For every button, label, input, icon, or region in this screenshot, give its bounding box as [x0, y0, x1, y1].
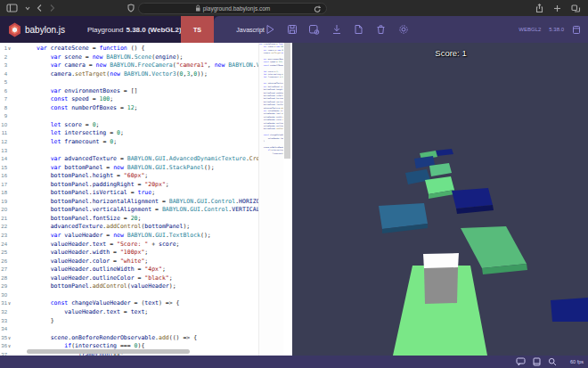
code-line: 25 valueHeader.width = "100px";: [0, 249, 258, 258]
fold-chevron-icon[interactable]: ∨: [8, 342, 11, 351]
address-bar[interactable]: playground.babylonjs.com: [138, 3, 327, 14]
code-line: 4 camera.setTarget(new BABYLON.Vector3(0…: [0, 70, 258, 79]
line-number: 21: [0, 215, 7, 224]
screen: playground.babylonjs.com babylon.js Play…: [0, 0, 588, 368]
run-button[interactable]: [258, 16, 281, 43]
line-number: 16: [0, 172, 7, 181]
code-line: 11 let intersecting = 0;: [0, 129, 258, 138]
code-line: 7 const speed = 100;: [0, 95, 258, 104]
code-line: 16 bottomPanel.height = "60px";: [0, 172, 258, 181]
shield-icon[interactable]: [127, 4, 135, 12]
tile-blue-far: [436, 149, 453, 156]
code-line: 1∨var createScene = function () {: [0, 45, 258, 53]
new-button[interactable]: [347, 16, 370, 43]
browser-chrome: playground.babylonjs.com: [0, 0, 588, 16]
babylon-logo-icon: [8, 22, 21, 37]
sidebar-icon[interactable]: [6, 4, 19, 12]
line-number: 18: [0, 189, 7, 198]
reload-icon[interactable]: [314, 5, 322, 13]
line-number: 8: [0, 104, 7, 113]
forward-icon[interactable]: [49, 4, 55, 12]
code-line: 28 valueHeader.outlineColor = "black";: [0, 274, 258, 283]
vertical-scrollbar[interactable]: [284, 43, 290, 159]
line-number: 28: [0, 274, 7, 283]
main-area: 1∨var createScene = function () {2 var s…: [0, 43, 588, 356]
new-tab-icon[interactable]: [553, 4, 561, 12]
docs-icon[interactable]: [533, 357, 541, 366]
playground-header: babylon.js Playground5.38.0 (WebGL2) TS …: [0, 16, 588, 43]
line-number: 26: [0, 258, 7, 266]
line-number: 36: [0, 342, 7, 351]
code-editor[interactable]: 1∨var createScene = function () {2 var s…: [0, 43, 292, 356]
brand-label: babylon.js: [25, 25, 65, 35]
comment-icon[interactable]: [516, 357, 526, 366]
search-icon[interactable]: [548, 357, 557, 366]
tile-navy-corner: [551, 298, 588, 322]
line-number: 5: [0, 78, 7, 87]
line-number: 17: [0, 181, 7, 190]
line-number: 25: [0, 249, 7, 258]
code-line: 15 var bottomPanel = new BABYLON.GUI.Sta…: [0, 164, 258, 173]
line-number: 34: [0, 325, 7, 334]
scene-tiles: [292, 43, 588, 356]
webgl-label: WEBGL2: [519, 27, 541, 32]
fps-counter: 60 fps: [564, 359, 584, 364]
clear-icon: [376, 24, 386, 35]
version-label: 5.38.0: [549, 27, 564, 32]
download-icon: [331, 24, 342, 35]
code-line: 29 bottomPanel.addControl(valueHeader);: [0, 282, 258, 291]
line-number: 2: [0, 53, 7, 62]
line-number: 33: [0, 317, 7, 326]
code-lines[interactable]: 1∨var createScene = function () {2 var s…: [0, 45, 258, 356]
line-number: 32: [0, 308, 7, 317]
player-cube-top: [423, 253, 459, 269]
clear-button[interactable]: [370, 16, 392, 43]
code-line: 31∨ const changeValueHeader = (text) => …: [0, 299, 258, 308]
examples-icon[interactable]: [572, 25, 581, 35]
code-line: 34: [0, 325, 258, 334]
fold-chevron-icon[interactable]: ∨: [8, 299, 11, 308]
fold-chevron-icon[interactable]: ∨: [8, 334, 11, 343]
settings-button[interactable]: [392, 16, 414, 43]
download-button[interactable]: [325, 16, 347, 43]
code-line: 8 const numberOfBoxes = 12;: [0, 104, 258, 113]
inspector-button[interactable]: [303, 16, 325, 43]
code-line: 22 advancedTexture.addControl(bottomPane…: [0, 223, 258, 232]
code-line: 2 var scene = new BABYLON.Scene(engine);: [0, 53, 258, 62]
line-number: 15: [0, 164, 7, 173]
code-line: 13: [0, 147, 258, 156]
line-number: 29: [0, 282, 7, 291]
code-line: 9: [0, 112, 258, 121]
code-line: 3 var camera = new BABYLON.FreeCamera("c…: [0, 61, 258, 70]
settings-icon: [398, 24, 409, 35]
share-icon[interactable]: [535, 4, 543, 13]
code-line: 32 valueHeader.text = text;: [0, 308, 258, 317]
line-number: 35: [0, 334, 7, 343]
line-number: 30: [0, 291, 7, 300]
chevron-down-icon[interactable]: [25, 5, 30, 11]
code-line: 6 var environmentBoxes = []: [0, 87, 258, 96]
player-cube-front: [424, 267, 458, 304]
line-number: 22: [0, 223, 7, 232]
code-line: 35∨ scene.onBeforeRenderObservable.add((…: [0, 334, 258, 343]
line-number: 10: [0, 121, 7, 130]
code-line: 30: [0, 291, 258, 300]
code-line: 24 valueHeader.text = "Score: " + score;: [0, 241, 258, 249]
line-number: 31: [0, 299, 7, 308]
save-button[interactable]: [281, 16, 303, 43]
line-number: 3: [0, 61, 7, 70]
back-icon[interactable]: [37, 4, 43, 12]
render-canvas[interactable]: Score: 1: [292, 43, 588, 356]
tab-typescript[interactable]: TS: [181, 16, 214, 43]
minimap[interactable]: var createScene = function () { var scen…: [258, 43, 283, 356]
horizontal-scrollbar[interactable]: [27, 349, 190, 354]
tab-overview-icon[interactable]: [571, 4, 581, 12]
babylon-brand[interactable]: babylon.js: [8, 16, 65, 43]
code-line: 33 }: [0, 317, 258, 326]
line-number: 7: [0, 95, 7, 104]
tile-navy-4: [452, 188, 493, 209]
playground-title: Playground5.38.0 (WebGL2): [87, 16, 182, 43]
line-number: 4: [0, 70, 7, 79]
save-icon: [287, 24, 298, 35]
fold-chevron-icon[interactable]: ∨: [8, 45, 11, 53]
